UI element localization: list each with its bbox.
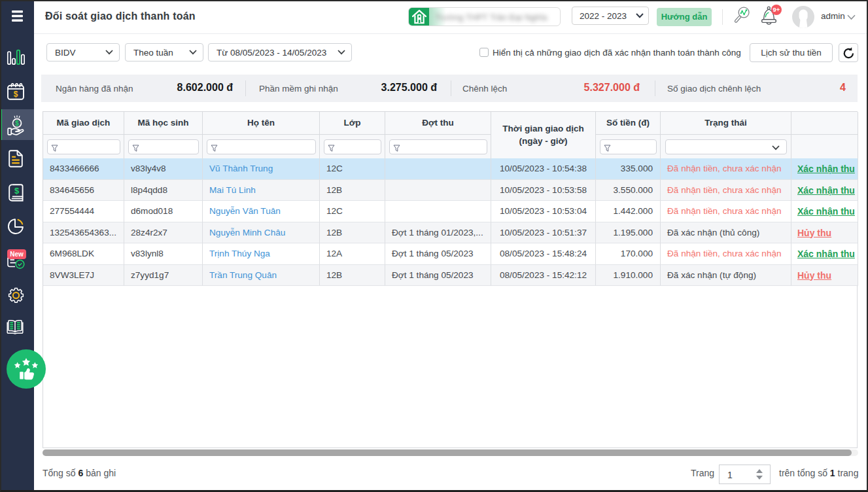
- svg-text:$: $: [14, 186, 20, 196]
- svg-text:$: $: [14, 90, 18, 99]
- svg-text:$: $: [15, 120, 19, 127]
